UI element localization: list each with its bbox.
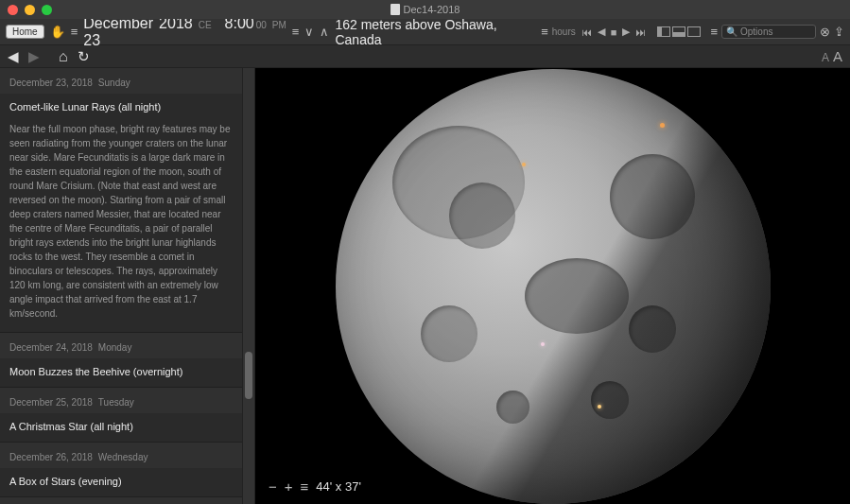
minimize-window-button[interactable]: [25, 5, 35, 15]
date-time-display[interactable]: December 23 2018 CE 8:00 00 PM: [83, 15, 286, 49]
titlebar: Dec14-2018: [0, 0, 850, 19]
menu-icon-4[interactable]: ≡: [710, 25, 718, 39]
event-title[interactable]: Comet-like Lunar Rays (all night): [0, 94, 242, 122]
star[interactable]: [522, 163, 526, 166]
hand-tool-icon[interactable]: ✋: [50, 25, 65, 39]
window-title: Dec14-2018: [390, 4, 460, 15]
date-month-day: December 23: [83, 15, 153, 49]
star[interactable]: [660, 123, 665, 128]
home-button[interactable]: Home: [6, 25, 44, 39]
reload-button[interactable]: ↻: [78, 48, 90, 65]
fov-menu-icon[interactable]: ≡: [301, 478, 309, 495]
step-back-button[interactable]: ◀: [596, 26, 607, 38]
window-title-text: Dec14-2018: [404, 4, 460, 15]
star[interactable]: [541, 342, 545, 346]
search-placeholder: Options: [740, 26, 772, 37]
fov-dimensions: 44' x 37': [316, 479, 361, 494]
document-icon: [390, 4, 400, 15]
menu-icon-2[interactable]: ≡: [292, 25, 300, 39]
right-panel-toggle[interactable]: [687, 26, 701, 37]
event-date: December 25, 2018Tuesday: [0, 388, 242, 413]
event-date: December 26, 2018Wednesday: [0, 443, 242, 468]
menu-icon[interactable]: ≡: [71, 25, 78, 39]
time-seconds: 00: [256, 20, 267, 30]
timestep-label[interactable]: hours: [552, 26, 576, 37]
moon-terminator: [336, 69, 771, 504]
stop-button[interactable]: ■: [609, 26, 619, 38]
toolbar-right: ≡ hours ⏮ ◀ ■ ▶ ⏭ ≡ 🔍 Options ⊗ ⇪: [541, 25, 844, 39]
event-title[interactable]: A Box of Stars (evening): [0, 468, 242, 496]
close-window-button[interactable]: [8, 5, 18, 15]
skip-first-button[interactable]: ⏮: [580, 26, 594, 38]
zoom-in-button[interactable]: +: [285, 478, 293, 495]
sidebar-scrollbar[interactable]: [242, 68, 255, 504]
sky-view[interactable]: − + ≡ 44' x 37': [255, 68, 850, 504]
time-ampm: PM: [272, 20, 286, 30]
event-title[interactable]: Moon Buzzes the Beehive (overnight): [0, 358, 242, 387]
location-display[interactable]: 162 meters above Oshawa, Canada: [335, 17, 520, 47]
event-date: December 24, 2018Monday: [0, 333, 242, 358]
event-body: Near the full moon phase, bright ray fea…: [0, 122, 242, 332]
main-content: December 23, 2018SundayComet-like Lunar …: [0, 68, 850, 504]
left-panel-toggle[interactable]: [657, 26, 670, 37]
sub-toolbar: ◀ ▶ ⌂ ↻ A A: [0, 45, 850, 68]
nav-forward-button[interactable]: ▶: [28, 48, 40, 65]
main-toolbar: Home ✋ ≡ December 23 2018 CE 8:00 00 PM …: [0, 19, 850, 45]
menu-icon-3[interactable]: ≡: [541, 25, 548, 39]
bottom-panel-toggle[interactable]: [672, 26, 685, 37]
zoom-window-button[interactable]: [42, 5, 52, 15]
text-size-control[interactable]: A A: [822, 48, 842, 64]
moon[interactable]: [336, 69, 771, 504]
text-smaller: A: [822, 51, 829, 64]
search-field[interactable]: 🔍 Options: [721, 25, 816, 39]
panel-toggle-group: [657, 26, 701, 37]
chevron-up-icon[interactable]: ∧: [320, 25, 329, 39]
time-controls: ⏮ ◀ ■ ▶ ⏭: [580, 26, 649, 38]
play-button[interactable]: ▶: [620, 26, 632, 38]
date-era: CE: [199, 20, 212, 30]
window-controls: [8, 5, 52, 15]
clear-icon[interactable]: ⊗: [820, 25, 830, 39]
fov-controls: − + ≡ 44' x 37': [269, 478, 361, 495]
chevron-down-icon[interactable]: ∨: [304, 25, 314, 39]
scroll-thumb[interactable]: [245, 352, 252, 399]
event-date: December 23, 2018Sunday: [0, 68, 242, 94]
magnifier-icon: 🔍: [726, 26, 737, 37]
text-larger: A: [833, 48, 842, 64]
event-title[interactable]: A Christmas Star (all night): [0, 413, 242, 442]
skip-last-button[interactable]: ⏭: [633, 26, 648, 38]
nav-back-button[interactable]: ◀: [8, 48, 19, 65]
share-icon[interactable]: ⇪: [834, 25, 844, 39]
star[interactable]: [598, 405, 601, 408]
events-sidebar[interactable]: December 23, 2018SundayComet-like Lunar …: [0, 68, 242, 504]
zoom-out-button[interactable]: −: [269, 478, 277, 495]
event-date: December 27, 2018Thursday: [0, 497, 242, 504]
nav-home-button[interactable]: ⌂: [59, 48, 68, 65]
